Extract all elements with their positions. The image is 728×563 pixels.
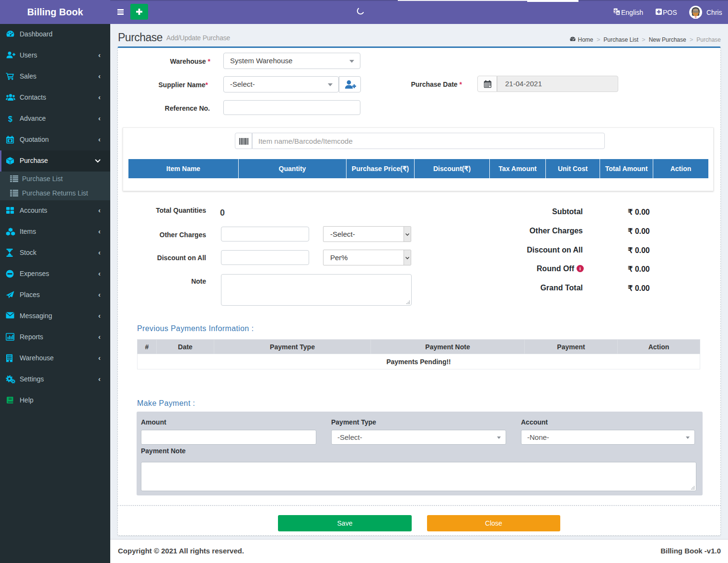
svg-text:$: $ <box>8 115 12 123</box>
svg-text:A: A <box>617 11 620 15</box>
